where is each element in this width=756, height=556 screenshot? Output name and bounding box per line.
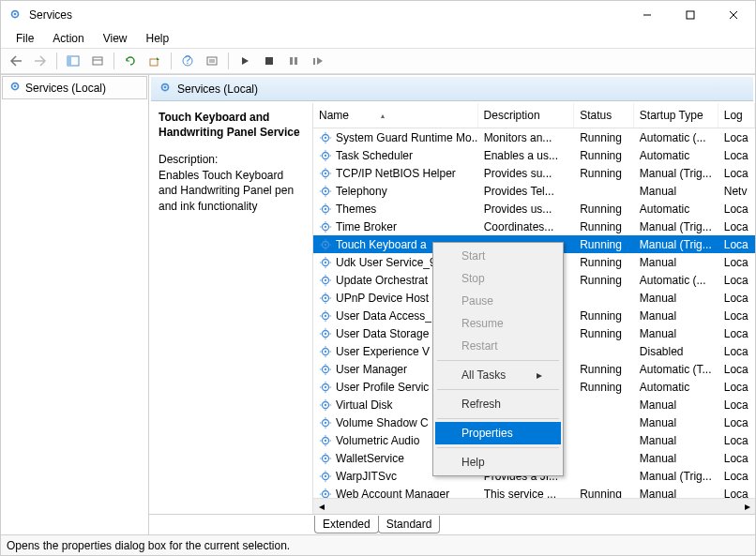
service-name: Telephony bbox=[336, 185, 387, 198]
export-list-button[interactable] bbox=[86, 51, 109, 71]
menu-separator bbox=[437, 447, 559, 448]
refresh-button[interactable] bbox=[119, 51, 142, 71]
service-icon bbox=[319, 292, 332, 305]
column-startup-type[interactable]: Startup Type bbox=[634, 103, 718, 128]
column-logon-as[interactable]: Log bbox=[718, 103, 755, 128]
service-name: Virtual Disk bbox=[336, 398, 392, 412]
service-row[interactable]: TCP/IP NetBIOS HelperProvides su...Runni… bbox=[313, 164, 755, 182]
service-name: Task Scheduler bbox=[336, 149, 413, 162]
menu-file[interactable]: File bbox=[8, 30, 41, 47]
service-row[interactable]: Time BrokerCoordinates...RunningManual (… bbox=[313, 218, 755, 235]
scroll-right-button[interactable]: ▸ bbox=[739, 499, 755, 515]
svg-point-43 bbox=[325, 189, 326, 191]
back-button[interactable] bbox=[5, 51, 27, 71]
svg-point-31 bbox=[325, 154, 326, 156]
column-status[interactable]: Status bbox=[574, 103, 634, 128]
svg-point-103 bbox=[325, 368, 326, 369]
service-name: Update Orchestrat bbox=[336, 274, 428, 287]
service-logon-as: Loca bbox=[718, 274, 755, 287]
service-logon-as: Loca bbox=[718, 398, 755, 412]
service-row[interactable]: Web Account ManagerThis service ...Runni… bbox=[313, 485, 755, 498]
service-icon bbox=[319, 274, 332, 287]
export-button[interactable] bbox=[144, 51, 166, 71]
service-icon bbox=[319, 381, 332, 394]
service-logon-as: Loca bbox=[718, 470, 755, 483]
menu-separator bbox=[437, 418, 559, 419]
service-description: Coordinates... bbox=[478, 220, 575, 233]
service-description: Monitors an... bbox=[478, 131, 575, 144]
tab-standard[interactable]: Standard bbox=[378, 516, 441, 533]
context-menu-all-tasks[interactable]: All Tasks▸ bbox=[435, 364, 561, 386]
show-hide-tree-button[interactable] bbox=[62, 51, 84, 71]
menu-view[interactable]: View bbox=[96, 30, 135, 47]
svg-rect-17 bbox=[290, 57, 293, 65]
minimize-button[interactable] bbox=[626, 1, 669, 29]
service-logon-as: Loca bbox=[718, 363, 755, 376]
list-header: Name▴ Description Status Startup Type Lo… bbox=[313, 103, 755, 128]
service-row[interactable]: System Guard Runtime Mo...Monitors an...… bbox=[313, 128, 755, 146]
service-name: Time Broker bbox=[336, 220, 397, 233]
service-description: This service ... bbox=[478, 488, 575, 499]
pause-service-button[interactable] bbox=[282, 51, 305, 71]
service-startup-type: Manual (Trig... bbox=[634, 167, 718, 180]
selected-service-title: Touch Keyboard and Handwriting Panel Ser… bbox=[159, 111, 303, 140]
service-icon bbox=[319, 309, 332, 323]
service-status: Running bbox=[574, 167, 634, 180]
service-icon bbox=[319, 203, 332, 216]
forward-button[interactable] bbox=[29, 51, 52, 71]
context-menu-properties[interactable]: Properties bbox=[435, 422, 561, 444]
context-menu-restart: Restart bbox=[435, 335, 561, 357]
tab-extended[interactable]: Extended bbox=[314, 516, 379, 533]
svg-point-115 bbox=[325, 403, 326, 405]
service-logon-as: Loca bbox=[718, 327, 755, 340]
menu-help[interactable]: Help bbox=[139, 30, 177, 47]
service-icon bbox=[319, 327, 332, 340]
context-menu-help[interactable]: Help bbox=[435, 451, 561, 473]
close-button[interactable] bbox=[712, 1, 755, 29]
service-logon-as: Loca bbox=[718, 131, 755, 144]
svg-point-121 bbox=[325, 421, 326, 423]
service-icon bbox=[319, 470, 332, 483]
service-name: WalletService bbox=[336, 452, 404, 465]
service-status: Running bbox=[574, 220, 634, 233]
service-logon-as: Loca bbox=[718, 292, 755, 305]
service-startup-type: Disabled bbox=[634, 345, 718, 358]
services-icon bbox=[159, 81, 172, 97]
service-name: TCP/IP NetBIOS Helper bbox=[336, 167, 456, 180]
service-name: Web Account Manager bbox=[336, 488, 449, 499]
service-description: Provides su... bbox=[478, 167, 575, 180]
maximize-button[interactable] bbox=[669, 1, 712, 29]
sort-asc-icon: ▴ bbox=[381, 112, 385, 120]
context-menu-stop: Stop bbox=[435, 267, 561, 290]
svg-point-25 bbox=[325, 136, 326, 138]
properties-button[interactable] bbox=[201, 51, 223, 71]
service-startup-type: Manual bbox=[634, 292, 718, 305]
stop-service-button[interactable] bbox=[258, 51, 280, 71]
help-button[interactable]: ? bbox=[176, 51, 199, 71]
menu-action[interactable]: Action bbox=[45, 30, 91, 47]
svg-point-97 bbox=[325, 350, 326, 352]
service-status: Running bbox=[574, 238, 634, 251]
service-startup-type: Automatic (... bbox=[634, 274, 718, 287]
svg-point-73 bbox=[325, 278, 326, 280]
service-description: Enables a us... bbox=[478, 149, 575, 162]
service-startup-type: Manual bbox=[634, 327, 718, 340]
context-menu-refresh[interactable]: Refresh bbox=[435, 393, 561, 415]
service-status: Running bbox=[574, 327, 634, 340]
horizontal-scrollbar[interactable]: ◂ ▸ bbox=[313, 498, 755, 514]
panel-header: Services (Local) bbox=[151, 77, 753, 101]
service-status: Running bbox=[574, 149, 634, 162]
tree-services-local[interactable]: Services (Local) bbox=[2, 76, 147, 99]
service-row[interactable]: Task SchedulerEnables a us...RunningAuto… bbox=[313, 146, 755, 164]
column-name[interactable]: Name▴ bbox=[313, 103, 478, 128]
scroll-left-button[interactable]: ◂ bbox=[313, 499, 329, 515]
service-row[interactable]: TelephonyProvides Tel...ManualNetv bbox=[313, 182, 755, 200]
svg-point-23 bbox=[164, 86, 167, 89]
start-service-button[interactable] bbox=[234, 51, 256, 71]
svg-point-55 bbox=[325, 225, 326, 227]
restart-service-button[interactable] bbox=[307, 51, 329, 71]
column-description[interactable]: Description bbox=[478, 103, 575, 128]
svg-point-21 bbox=[14, 85, 17, 88]
service-row[interactable]: ThemesProvides us...RunningAutomaticLoca bbox=[313, 200, 755, 218]
service-startup-type: Automatic (T... bbox=[634, 363, 718, 376]
